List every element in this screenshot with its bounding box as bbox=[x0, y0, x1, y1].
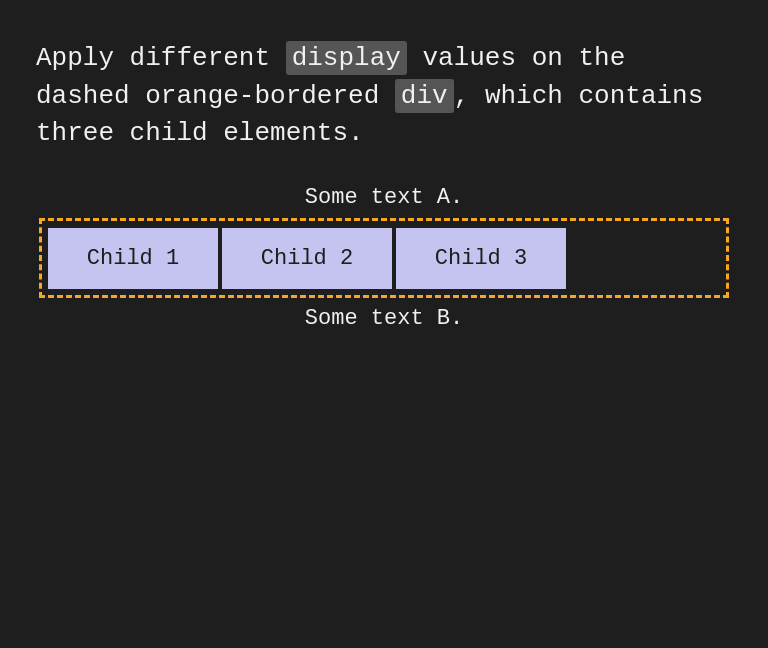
child-3-box: Child 3 bbox=[396, 228, 566, 289]
div-code: div bbox=[395, 79, 454, 113]
display-code: display bbox=[286, 41, 407, 75]
child-2-box: Child 2 bbox=[222, 228, 392, 289]
demo-area: Some text A. Child 1 Child 2 Child 3 Som… bbox=[36, 185, 732, 331]
text-b: Some text B. bbox=[305, 306, 463, 331]
description-text: Apply different display values on the da… bbox=[36, 40, 732, 153]
dashed-container: Child 1 Child 2 Child 3 bbox=[39, 218, 729, 298]
child-1-box: Child 1 bbox=[48, 228, 218, 289]
child-2-label: Child 2 bbox=[261, 246, 353, 271]
desc-part1: Apply different bbox=[36, 43, 286, 73]
page-container: Apply different display values on the da… bbox=[0, 0, 768, 371]
text-a: Some text A. bbox=[305, 185, 463, 210]
child-1-label: Child 1 bbox=[87, 246, 179, 271]
child-3-label: Child 3 bbox=[435, 246, 527, 271]
